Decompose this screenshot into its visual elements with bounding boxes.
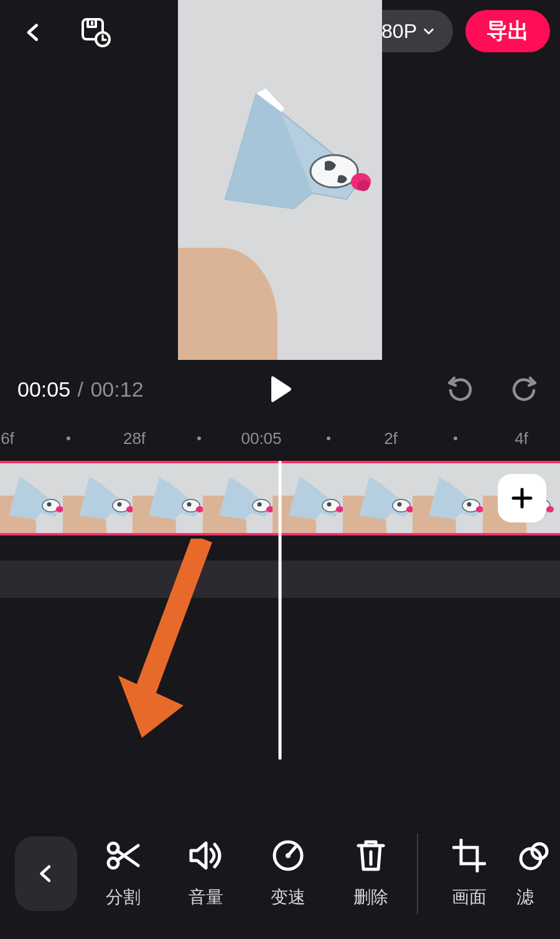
tool-speed[interactable]: 变速 [247,838,329,909]
chevron-left-icon [37,861,55,887]
scissors-icon [106,838,141,873]
toolbar-divider [417,833,418,914]
clip-thumbnail[interactable] [70,463,141,533]
svg-point-44 [286,853,291,858]
clip-thumbnail[interactable] [280,463,350,533]
tool-label: 音量 [189,885,223,909]
playback-bar: 00:05 / 00:12 [0,367,560,411]
crop-icon [452,838,487,873]
svg-point-15 [117,503,121,507]
ruler-tick-dot [67,436,70,440]
time-display: 00:05 / 00:12 [17,377,144,402]
current-time: 00:05 [17,377,70,401]
tool-label: 变速 [271,885,306,909]
clip-thumbnail[interactable] [0,463,70,533]
svg-point-5 [357,180,370,191]
hand-graphic [178,248,278,360]
clip-thumbnail[interactable] [210,463,281,533]
svg-marker-17 [149,477,201,519]
timeline-ruler: 6f 28f 00:05 2f 4f [0,416,560,461]
svg-point-11 [47,503,52,507]
undo-button[interactable] [442,370,479,408]
play-button[interactable] [261,370,299,408]
svg-point-27 [327,503,332,507]
svg-point-23 [257,503,261,507]
tool-crop[interactable]: 画面 [428,838,510,909]
clip-thumbnail[interactable] [350,463,421,533]
tool-label: 删除 [353,885,388,909]
ruler-tick-dot [197,436,201,440]
tool-label: 滤 [516,885,534,909]
ruler-mark: 00:05 [241,429,281,448]
ruler-mark: 28f [123,429,146,448]
speaker-icon [189,838,223,873]
video-preview[interactable] [0,0,560,367]
tool-volume[interactable]: 音量 [165,838,247,909]
ruler-tick-dot [454,436,457,440]
duration-time: 00:12 [90,377,143,401]
svg-marker-13 [79,477,131,519]
redo-button[interactable] [505,370,543,408]
svg-point-19 [187,503,192,507]
play-icon [268,375,292,403]
svg-point-35 [467,503,472,507]
svg-marker-29 [359,477,411,519]
trash-icon [353,838,388,873]
tool-delete[interactable]: 删除 [330,838,412,909]
svg-point-31 [397,503,401,507]
svg-marker-25 [289,477,341,519]
ruler-mark: 6f [1,429,14,448]
time-separator: / [78,377,83,401]
clip-thumbnail[interactable] [420,463,490,533]
undo-icon [447,375,474,403]
ruler-mark: 4f [515,429,528,448]
playhead[interactable] [279,461,282,760]
redo-icon [510,375,538,403]
tool-split[interactable]: 分割 [82,838,164,909]
tool-filter[interactable]: 滤 [516,838,560,909]
toolbar-back-button[interactable] [15,836,77,911]
bottom-toolbar: 分割 音量 变速 删除 [0,808,560,939]
plus-icon [510,486,534,511]
tool-label: 画面 [452,885,487,909]
paper-airplane-graphic [200,75,381,224]
preview-frame [178,0,382,360]
add-clip-button[interactable] [498,474,546,522]
svg-marker-21 [219,477,271,519]
filter-icon [516,838,551,873]
svg-marker-33 [429,477,481,519]
gauge-icon [271,838,306,873]
svg-point-3 [310,155,358,187]
svg-point-40 [546,506,554,512]
svg-marker-9 [9,477,61,519]
clip-thumbnail[interactable] [140,463,210,533]
tool-label: 分割 [106,885,141,909]
ruler-mark: 2f [384,429,398,448]
ruler-tick-dot [327,436,330,440]
